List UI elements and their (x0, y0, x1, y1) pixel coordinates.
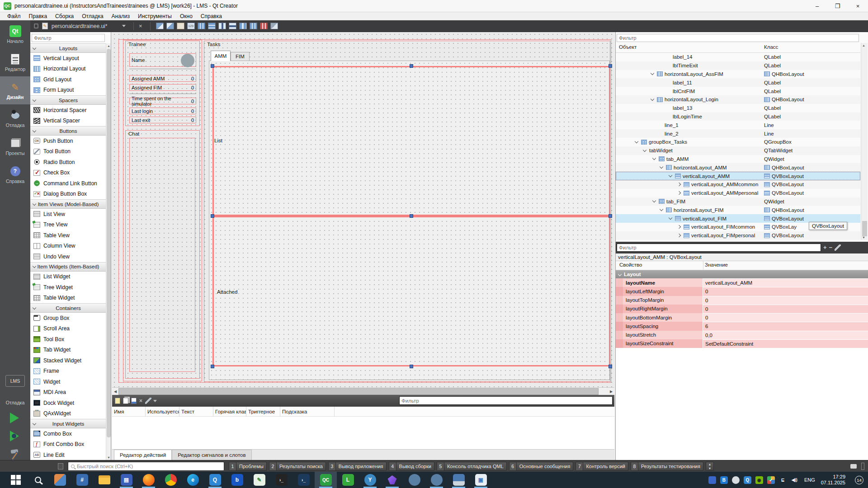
defender-icon[interactable]: ✓ (767, 476, 775, 484)
tab-Редактор действий[interactable]: Редактор действий (114, 450, 172, 460)
q-app-icon[interactable]: Q (204, 472, 226, 488)
property-value[interactable]: 0 (703, 313, 868, 322)
widget-item-line-edit[interactable]: Line Edit (30, 450, 106, 460)
menu-Анализ[interactable]: Анализ (108, 13, 134, 20)
tree-row-label_13[interactable]: label_13QLabel (616, 104, 860, 113)
property-row-layoutSpacing[interactable]: layoutSpacing6 (616, 322, 868, 330)
trainee-row-4[interactable]: Last exit0 (129, 117, 196, 123)
sidebar-toggle-icon[interactable] (861, 463, 864, 470)
close-document-button[interactable]: × (138, 23, 146, 29)
menu-Окно[interactable]: Окно (176, 13, 196, 20)
scroll-up-icon[interactable]: ▲ (107, 44, 111, 47)
tree-row-horizontalLayout_FIM[interactable]: horizontalLayout_FIMQHBoxLayout (616, 206, 860, 214)
tree-row-horizontalLayout_AMM[interactable]: horizontalLayout_AMMQHBoxLayout (616, 163, 860, 172)
widget-item-table-widget[interactable]: Table Widget (30, 293, 106, 304)
run-button[interactable] (10, 413, 19, 423)
selection-handle[interactable] (609, 64, 612, 68)
tree-row-verticalLayout_FIMpersonal[interactable]: verticalLayout_FIMpersonalQVBoxLayout (616, 231, 860, 240)
panel-button-Вывод приложения[interactable]: 3Вывод приложения (328, 462, 387, 471)
value-column-header[interactable]: Значение (705, 262, 728, 267)
widget-item-stacked-widget[interactable]: Stacked Widget (30, 355, 106, 366)
mode-Начало[interactable]: QtНачало (0, 20, 30, 48)
tree-row-tabWidget[interactable]: tabWidgetQTabWidget (616, 146, 860, 155)
widget-section-Buttons[interactable]: Buttons (30, 126, 106, 136)
selection-handle[interactable] (211, 64, 214, 68)
cmd-icon[interactable]: ›_ (270, 472, 292, 488)
widget-item-horizontal-layout[interactable]: Horizontal Layout (30, 64, 106, 75)
tree-row-lblLoginTime[interactable]: lblLoginTimeQLabel (616, 113, 860, 121)
scroll-down-icon[interactable]: ▼ (107, 456, 111, 459)
widget-section-Input Widgets[interactable]: Input Widgets (30, 419, 106, 428)
volume-icon[interactable]: ◀)) (791, 476, 798, 484)
property-row-layoutBottomMargin[interactable]: layoutBottomMargin0 (616, 313, 868, 322)
property-row-layoutTopMargin[interactable]: layoutTopMargin0 (616, 296, 868, 305)
panel-button-Результаты тестирования[interactable]: 8Результаты тестирования (631, 462, 703, 471)
widget-section-Item Views (Model-Based)[interactable]: Item Views (Model-Based) (30, 199, 106, 209)
property-value[interactable]: 6 (703, 322, 868, 330)
name-row[interactable]: Name (129, 53, 196, 67)
whiteboard-icon[interactable] (49, 472, 71, 488)
chevron-down-icon[interactable] (652, 199, 656, 202)
chevron-down-icon[interactable] (651, 97, 654, 101)
q-tray-icon[interactable]: Q (744, 476, 751, 484)
panel-button-Проблемы[interactable]: 1Проблемы (229, 462, 267, 471)
action-filter-input[interactable] (399, 396, 613, 405)
firefox-icon[interactable] (137, 472, 160, 488)
trainee-row-3[interactable]: Last login0 (129, 108, 196, 114)
widget-item-list-view[interactable]: List View (30, 209, 106, 220)
open-document-selector[interactable]: personalcardtrainee.ui* (52, 23, 118, 29)
object-inspector-filter-input[interactable] (617, 34, 859, 42)
widget-item-list-widget[interactable]: List Widget (30, 272, 106, 282)
tree-row-groupBox_Tasks[interactable]: groupBox_TasksQGroupBox (616, 138, 860, 146)
widget-item-check-box[interactable]: Check Box (30, 168, 106, 178)
scroll-right-icon[interactable]: ▶ (608, 388, 614, 395)
add-property-button[interactable]: + (823, 244, 827, 252)
widget-item-group-box[interactable]: Group Box (30, 313, 106, 324)
floppy-app-icon[interactable]: ▤ (115, 472, 137, 488)
mode-Редактор[interactable]: Редактор (0, 48, 30, 76)
layout-horizontally-icon[interactable] (198, 23, 205, 29)
remove-property-button[interactable]: − (829, 244, 833, 252)
property-row-layoutRightMargin[interactable]: layoutRightMargin0 (616, 305, 868, 313)
property-value[interactable]: verticalLayout_AMM (703, 278, 868, 287)
lms-icon[interactable]: L (337, 472, 359, 488)
mode-Справка[interactable]: ?Справка (0, 160, 30, 188)
widget-item-radio-button[interactable]: Radio Button (30, 157, 106, 168)
tab-Редактор сигналов и слотов[interactable]: Редактор сигналов и слотов (172, 450, 251, 460)
object-column-header[interactable]: Объект (619, 44, 637, 50)
widget-item-widget[interactable]: Widget (30, 376, 106, 387)
widget-item-qaxwidget[interactable]: QAxWidget (30, 408, 106, 419)
trainee-groupbox[interactable]: Trainee Name Assigned AMM0Assigned FIM0T… (125, 41, 200, 126)
widget-box-scrollbar[interactable]: ▲ ▼ (106, 43, 111, 460)
canvas-horizontal-scrollbar[interactable]: ◀ ▶ (112, 387, 614, 395)
search-icon[interactable] (27, 472, 49, 488)
menu-Инструменты[interactable]: Инструменты (134, 13, 175, 20)
menu-Правка[interactable]: Правка (25, 13, 51, 20)
scroll-up-icon[interactable]: ▲ (862, 44, 866, 47)
selection-handle[interactable] (410, 365, 413, 368)
trainee-row-1[interactable]: Assigned FIM0 (129, 84, 196, 91)
tree-row-verticalLayout_AMMcommon[interactable]: verticalLayout_AMMcommonQVBoxLayout (616, 180, 860, 189)
panel-button-Вывод сборки[interactable]: 4Вывод сборки (389, 462, 434, 471)
configure-properties-icon[interactable] (835, 244, 841, 251)
column-Триггерное[interactable]: Триггерное (246, 407, 280, 417)
widget-item-command-link-button[interactable]: Command Link Button (30, 178, 106, 189)
layout-vertically-icon[interactable] (208, 23, 216, 29)
layout-form-icon[interactable] (239, 23, 247, 29)
selection-handle[interactable] (609, 214, 612, 218)
scrollbar-thumb[interactable] (118, 388, 599, 395)
scrollbar-thumb[interactable] (862, 221, 867, 236)
widget-item-font-combo-box[interactable]: Font Combo Box (30, 439, 106, 450)
new-action-icon[interactable] (115, 398, 120, 404)
network-icon[interactable]: ⊑ (779, 476, 787, 484)
widget-item-vertical-spacer[interactable]: Vertical Spacer (30, 116, 106, 127)
widget-item-undo-view[interactable]: Undo View (30, 251, 106, 262)
widget-item-frame[interactable]: Frame (30, 366, 106, 377)
tree-row-label_14[interactable]: label_14QLabel (616, 53, 860, 61)
github-tray-icon[interactable] (708, 476, 716, 484)
panel-button-Контроль версий[interactable]: 7Контроль версий (576, 462, 628, 471)
widget-item-tab-widget[interactable]: Tab Widget (30, 345, 106, 356)
tab-FIM[interactable]: FIM (231, 52, 250, 61)
property-value[interactable]: 0 (703, 287, 868, 296)
calculator-icon[interactable]: # (71, 472, 93, 488)
